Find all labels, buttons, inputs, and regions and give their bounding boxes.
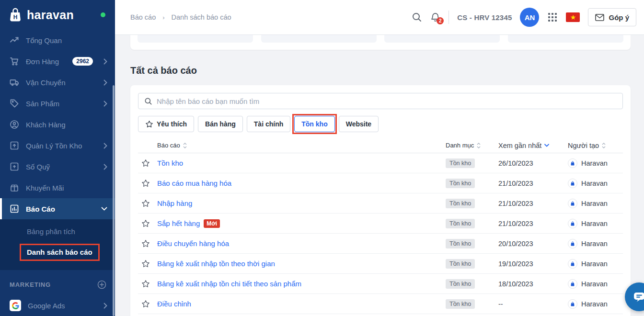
header-divider xyxy=(448,11,449,24)
summary-cards-partial xyxy=(130,35,631,50)
category-badge: Tồn kho xyxy=(446,239,475,248)
favorite-star-icon[interactable] xyxy=(141,280,150,288)
avatar[interactable]: AN xyxy=(520,8,539,27)
favorite-star-icon[interactable] xyxy=(141,260,150,268)
favorite-star-icon[interactable] xyxy=(141,199,150,208)
filter-label: Tồn kho xyxy=(301,120,327,128)
sidebar-item-khuyen-mai[interactable]: Khuyến Mãi xyxy=(0,177,115,198)
report-link[interactable]: Bảng kê xuất nhập tồn chi tiết theo sản … xyxy=(157,280,301,288)
creator-name: Haravan xyxy=(581,159,608,167)
favorite-star-icon[interactable] xyxy=(141,219,150,228)
search-icon xyxy=(144,97,152,105)
haravan-logo-icon xyxy=(568,219,577,228)
filter-label: Website xyxy=(346,120,371,128)
filter-ton-kho[interactable]: Tồn kho xyxy=(294,116,334,132)
report-link[interactable]: Điều chỉnh xyxy=(157,300,191,308)
table-row: Tồn kho Tồn kho 26/10/2023 Haravan xyxy=(138,153,623,173)
feedback-button[interactable]: Góp ý xyxy=(588,8,636,26)
filter-ban-hang[interactable]: Bán hàng xyxy=(198,116,243,132)
column-nguoi-tao[interactable]: Người tạo xyxy=(568,142,606,149)
notification-count-badge: 2 xyxy=(437,17,444,24)
favorite-star-icon[interactable] xyxy=(141,159,150,168)
haravan-logo-icon xyxy=(568,299,577,309)
chevron-right-icon xyxy=(104,164,107,170)
report-link[interactable]: Bảng kê xuất nhập tồn theo thời gian xyxy=(157,260,275,268)
haravan-logo[interactable]: H haravan xyxy=(0,0,115,30)
report-search-input[interactable] xyxy=(157,97,617,105)
haravan-logo-icon xyxy=(568,179,577,188)
chevron-right-icon xyxy=(104,303,107,309)
filter-label: Yêu thích xyxy=(157,120,187,128)
filter-tai-chinh[interactable]: Tài chính xyxy=(247,116,290,132)
sort-desc-icon xyxy=(544,144,549,147)
sidebar-item-tong-quan[interactable]: Tổng Quan xyxy=(0,30,115,51)
column-bao-cao[interactable]: Báo cáo xyxy=(157,142,187,149)
report-link[interactable]: Điều chuyển hàng hóa xyxy=(157,239,229,248)
sidebar-item-google-ads[interactable]: Google Ads xyxy=(0,295,115,316)
sort-icon xyxy=(602,143,606,148)
star-icon xyxy=(145,120,153,128)
promotion-icon xyxy=(10,183,19,192)
sidebar-item-san-pham[interactable]: Sản Phẩm xyxy=(0,93,115,114)
last-viewed-date: 19/10/2023 xyxy=(498,260,568,268)
breadcrumb-bao-cao[interactable]: Báo cáo xyxy=(130,13,156,21)
report-link[interactable]: Tồn kho xyxy=(157,159,183,167)
sidebar-scrollbar[interactable] xyxy=(113,85,115,316)
sidebar-item-khach-hang[interactable]: Khách Hàng xyxy=(0,114,115,135)
add-channel-icon[interactable] xyxy=(97,280,106,289)
sidebar-item-van-chuyen[interactable]: Vận Chuyển xyxy=(0,72,115,93)
sidebar: H haravan Tổng Quan Đơn Hàng 2962 Vận Ch… xyxy=(0,0,115,316)
table-row: Nhập hàng Tồn kho 21/10/2023 Haravan xyxy=(138,193,623,214)
reports-list-card: Yêu thích Bán hàng Tài chính Tồn kho Web… xyxy=(130,85,631,316)
favorite-star-icon[interactable] xyxy=(141,239,150,248)
table-row: Bảng kê xuất nhập tồn chi tiết theo sản … xyxy=(138,274,623,294)
creator-name: Haravan xyxy=(581,260,608,268)
submenu-item-danh-sach-bao-cao[interactable]: Danh sách báo cáo xyxy=(0,239,115,264)
sidebar-item-quan-ly-ton-kho[interactable]: Quản Lý Tồn Kho xyxy=(0,135,115,156)
favorite-star-icon[interactable] xyxy=(141,300,150,308)
breadcrumb-separator-icon: › xyxy=(162,14,164,21)
notification-bell-icon[interactable]: 2 xyxy=(430,12,440,23)
sidebar-item-don-hang[interactable]: Đơn Hàng 2962 xyxy=(0,51,115,72)
haravan-logo-icon xyxy=(568,279,577,289)
table-header: Báo cáo Danh mục Xem gần nhất Người tạo xyxy=(138,138,623,153)
last-viewed-date: 21/10/2023 xyxy=(498,180,568,187)
haravan-logo-icon xyxy=(568,259,577,269)
summary-card xyxy=(508,35,623,43)
report-link[interactable]: Nhập hàng xyxy=(157,199,192,207)
truck-icon xyxy=(10,78,19,87)
sidebar-item-so-quy[interactable]: Số Quỹ xyxy=(0,156,115,177)
filter-yeu-thich[interactable]: Yêu thích xyxy=(138,116,194,132)
report-link[interactable]: Sắp hết hàng xyxy=(157,219,200,227)
column-danh-muc[interactable]: Danh mục xyxy=(446,142,481,149)
last-viewed-date: 26/10/2023 xyxy=(498,159,568,167)
filter-website[interactable]: Website xyxy=(339,116,379,132)
search-icon[interactable] xyxy=(412,12,422,23)
annotation-red-box: Danh sách báo cáo xyxy=(20,244,100,261)
last-viewed-date: 21/10/2023 xyxy=(498,220,568,227)
sidebar-item-label: Số Quỹ xyxy=(26,163,97,171)
chevron-right-icon xyxy=(104,143,107,149)
column-xem-gan-nhat[interactable]: Xem gần nhất xyxy=(498,142,568,149)
table-row: Bảng kê xuất nhập tồn theo thời gian Tồn… xyxy=(138,254,623,274)
category-badge: Tồn kho xyxy=(446,179,475,188)
report-icon xyxy=(10,204,19,214)
sidebar-item-label: Khuyến Mãi xyxy=(26,184,107,192)
sidebar-item-label: Sản Phẩm xyxy=(26,100,97,108)
table-row: Điều chuyển hàng hóa Tồn kho 20/10/2023 … xyxy=(138,234,623,254)
haravan-logo-icon xyxy=(568,239,577,248)
report-link[interactable]: Báo cáo mua hàng hóa xyxy=(157,179,231,187)
sidebar-item-bao-cao[interactable]: Báo Cáo xyxy=(0,198,115,219)
category-badge: Tồn kho xyxy=(446,219,475,228)
vietnam-flag-icon[interactable]: ★ xyxy=(566,12,580,22)
page-title: Tất cả báo cáo xyxy=(130,65,197,76)
apps-grid-icon[interactable] xyxy=(547,12,558,23)
favorite-star-icon[interactable] xyxy=(141,179,150,188)
customer-icon xyxy=(10,120,19,129)
feedback-label: Góp ý xyxy=(609,13,629,22)
chevron-right-icon xyxy=(104,58,107,65)
submenu-item-bang-phan-tich[interactable]: Bảng phân tích xyxy=(0,224,115,239)
breadcrumb-danh-sach-bao-cao[interactable]: Danh sách báo cáo xyxy=(172,13,231,21)
filter-label: Tài chính xyxy=(254,120,283,128)
haravan-bag-icon: H xyxy=(7,6,24,23)
